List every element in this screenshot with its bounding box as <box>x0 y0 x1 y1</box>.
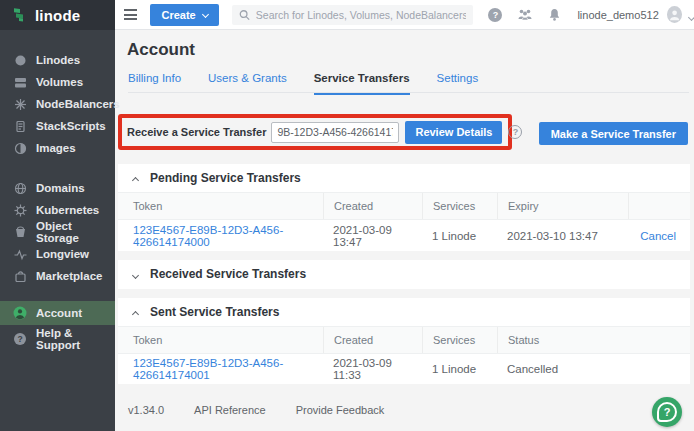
sidebar-item-kubernetes[interactable]: Kubernetes <box>0 199 115 221</box>
notifications-bell-icon[interactable] <box>548 8 561 22</box>
received-transfers-panel: Received Service Transfers <box>118 260 690 289</box>
help-bubble-button[interactable]: ? <box>652 397 682 427</box>
token-link[interactable]: 123E4567-E89B-12D3-A456-426614174000 <box>118 224 323 248</box>
marketplace-icon <box>13 269 27 283</box>
object-storage-icon <box>13 225 27 239</box>
sidebar-item-images[interactable]: Images <box>0 137 115 159</box>
caret-up-icon <box>132 176 139 183</box>
sent-table-header: Token Created Services Status <box>118 326 690 353</box>
username: linode_demo512 <box>577 9 658 21</box>
provide-feedback-link[interactable]: Provide Feedback <box>296 404 385 416</box>
token-link[interactable]: 123E4567-E89B-12D3-A456-426614174001 <box>118 357 323 381</box>
footer: v1.34.0 API Reference Provide Feedback <box>128 404 384 416</box>
column-token: Token <box>118 327 323 353</box>
linode-logo-icon <box>12 7 28 23</box>
sidebar: Linodes Volumes NodeBalancers StackScrip… <box>0 30 115 431</box>
linodes-icon <box>13 53 27 67</box>
caret-down-icon <box>132 271 139 278</box>
help-support-icon: ? <box>13 332 27 346</box>
topbar: Create ? linode_demo512 <box>115 0 694 30</box>
main-content: Account Billing Info Users & Grants Serv… <box>115 30 694 431</box>
sidebar-item-nodebalancers[interactable]: NodeBalancers <box>0 93 115 115</box>
account-icon <box>13 306 27 320</box>
pending-table-row: 123E4567-E89B-12D3-A456-426614174000 202… <box>118 219 690 251</box>
sent-table-row: 123E4567-E89B-12D3-A456-426614174001 202… <box>118 353 690 384</box>
search-input[interactable] <box>256 9 467 21</box>
sidebar-item-marketplace[interactable]: Marketplace <box>0 265 115 287</box>
tab-divider <box>128 92 689 93</box>
sent-transfers-panel: Sent Service Transfers Token Created Ser… <box>118 298 690 384</box>
caret-up-icon <box>132 310 139 317</box>
column-services: Services <box>422 193 497 219</box>
sidebar-item-account[interactable]: Account <box>0 301 115 325</box>
community-icon[interactable] <box>517 8 533 21</box>
services-cell: 1 Linode <box>422 230 497 242</box>
sidebar-item-object-storage[interactable]: Object Storage <box>0 221 115 243</box>
column-expiry: Expiry <box>497 193 628 219</box>
kubernetes-icon <box>13 203 27 217</box>
nodebalancers-icon <box>13 97 27 111</box>
sidebar-item-linodes[interactable]: Linodes <box>0 49 115 71</box>
pending-table-header: Token Created Services Expiry <box>118 192 690 219</box>
version-label: v1.34.0 <box>128 404 164 416</box>
account-menu-chevron-icon[interactable] <box>689 6 694 24</box>
cancel-link[interactable]: Cancel <box>628 230 690 242</box>
sidebar-item-stackscripts[interactable]: StackScripts <box>0 115 115 137</box>
column-created: Created <box>323 327 422 353</box>
review-details-button[interactable]: Review Details <box>405 121 502 144</box>
longview-icon <box>13 247 27 261</box>
created-cell: 2021-03-09 11:33 <box>323 357 422 381</box>
received-transfers-header[interactable]: Received Service Transfers <box>118 260 690 288</box>
api-reference-link[interactable]: API Reference <box>194 404 266 416</box>
stackscripts-icon <box>13 119 27 133</box>
chevron-down-icon <box>202 11 209 18</box>
volumes-icon <box>13 75 27 89</box>
help-icon[interactable]: ? <box>488 8 502 22</box>
expiry-cell: 2021-03-10 13:47 <box>497 230 628 242</box>
create-button[interactable]: Create <box>150 4 218 26</box>
sent-transfers-header[interactable]: Sent Service Transfers <box>118 298 690 326</box>
pending-transfers-header[interactable]: Pending Service Transfers <box>118 164 690 192</box>
sidebar-item-domains[interactable]: Domains <box>0 177 115 199</box>
column-token: Token <box>118 193 323 219</box>
help-bubble-icon: ? <box>657 402 677 422</box>
avatar[interactable] <box>667 6 682 23</box>
sidebar-item-help-support[interactable]: ? Help & Support <box>0 327 115 351</box>
sidebar-item-volumes[interactable]: Volumes <box>0 71 115 93</box>
domains-icon <box>13 181 27 195</box>
pending-transfers-panel: Pending Service Transfers Token Created … <box>118 164 690 251</box>
created-cell: 2021-03-09 13:47 <box>323 224 422 248</box>
logo-strip: linode <box>0 0 115 30</box>
page-title: Account <box>127 40 195 60</box>
services-cell: 1 Linode <box>422 363 497 375</box>
status-cell: Cancelled <box>497 363 690 375</box>
receive-transfer-label: Receive a Service Transfer <box>127 126 266 138</box>
images-icon <box>13 141 27 155</box>
sidebar-item-longview[interactable]: Longview <box>0 243 115 265</box>
question-mark-icon[interactable]: ? <box>508 125 522 139</box>
linode-cloud-manager: linode Linodes Volumes NodeBalancers <box>0 0 694 431</box>
logo-text[interactable]: linode <box>35 7 80 24</box>
annotation-highlight-box: Receive a Service Transfer Review Detail… <box>118 114 512 150</box>
hamburger-menu-icon[interactable] <box>124 7 137 23</box>
make-service-transfer-button[interactable]: Make a Service Transfer <box>539 122 688 145</box>
column-status: Status <box>497 327 690 353</box>
search-icon <box>239 9 250 21</box>
column-services: Services <box>422 327 497 353</box>
column-created: Created <box>323 193 422 219</box>
transfer-token-input[interactable] <box>271 122 399 143</box>
search-bar <box>232 5 474 25</box>
